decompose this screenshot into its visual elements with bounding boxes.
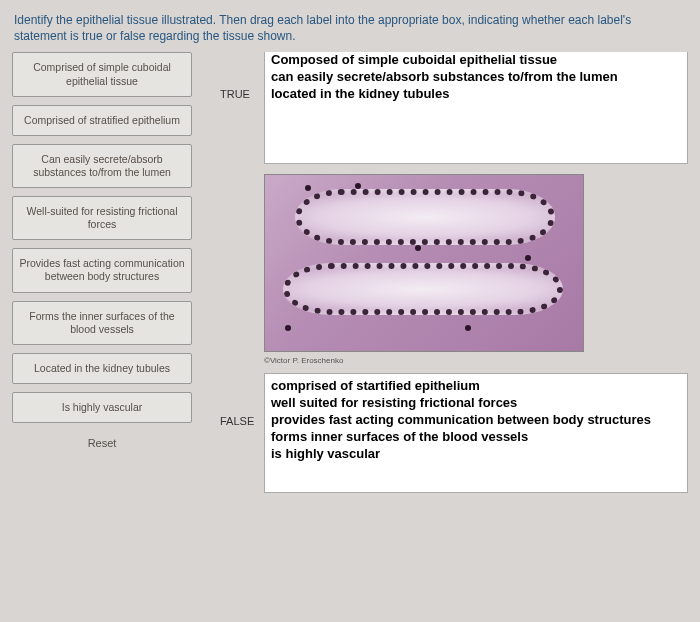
false-header: FALSE: [220, 373, 264, 427]
false-answer-line: well suited for resisting frictional for…: [271, 395, 681, 412]
true-answer-line: Composed of simple cuboidal epithelial t…: [271, 52, 681, 69]
label-secrete-absorb[interactable]: Can easily secrete/absorb substances to/…: [12, 144, 192, 188]
true-row: TRUE Composed of simple cuboidal epithel…: [220, 52, 688, 164]
false-row: FALSE comprised of startified epithelium…: [220, 373, 688, 493]
true-answer-line: located in the kidney tubules: [271, 86, 681, 103]
right-column: TRUE Composed of simple cuboidal epithel…: [192, 52, 688, 503]
tubule-structure: [283, 263, 563, 315]
reset-button[interactable]: Reset: [12, 437, 192, 449]
image-credit: ©Victor P. Eroschenko: [264, 356, 688, 365]
true-answer-line: can easily secrete/absorb substances to/…: [271, 69, 681, 86]
false-answer-line: forms inner surfaces of the blood vessel…: [271, 429, 681, 446]
nucleus-dot: [465, 325, 471, 331]
instructions-text: Identify the epithelial tissue illustrat…: [0, 0, 700, 52]
label-vascular[interactable]: Is highly vascular: [12, 392, 192, 423]
false-answer-line: provides fast acting communication betwe…: [271, 412, 681, 429]
nucleus-dot: [525, 255, 531, 261]
label-simple-cuboidal[interactable]: Comprised of simple cuboidal epithelial …: [12, 52, 192, 96]
tubule-structure: [295, 189, 555, 245]
label-blood-vessels[interactable]: Forms the inner surfaces of the blood ve…: [12, 301, 192, 345]
label-communication[interactable]: Provides fast acting communication betwe…: [12, 248, 192, 292]
true-header: TRUE: [220, 52, 264, 100]
true-drop-box[interactable]: Composed of simple cuboidal epithelial t…: [264, 52, 688, 164]
false-drop-box[interactable]: comprised of startified epithelium well …: [264, 373, 688, 493]
label-kidney-tubules[interactable]: Located in the kidney tubules: [12, 353, 192, 384]
label-frictional[interactable]: Well-suited for resisting frictional for…: [12, 196, 192, 240]
nucleus-dot: [305, 185, 311, 191]
labels-column: Comprised of simple cuboidal epithelial …: [12, 52, 192, 503]
false-answer-line: comprised of startified epithelium: [271, 378, 681, 395]
false-answer-line: is highly vascular: [271, 446, 681, 463]
histology-image: [264, 174, 584, 352]
work-area: Comprised of simple cuboidal epithelial …: [0, 52, 700, 503]
nucleus-dot: [285, 325, 291, 331]
nucleus-dot: [415, 245, 421, 251]
label-stratified[interactable]: Comprised of stratified epithelium: [12, 105, 192, 136]
